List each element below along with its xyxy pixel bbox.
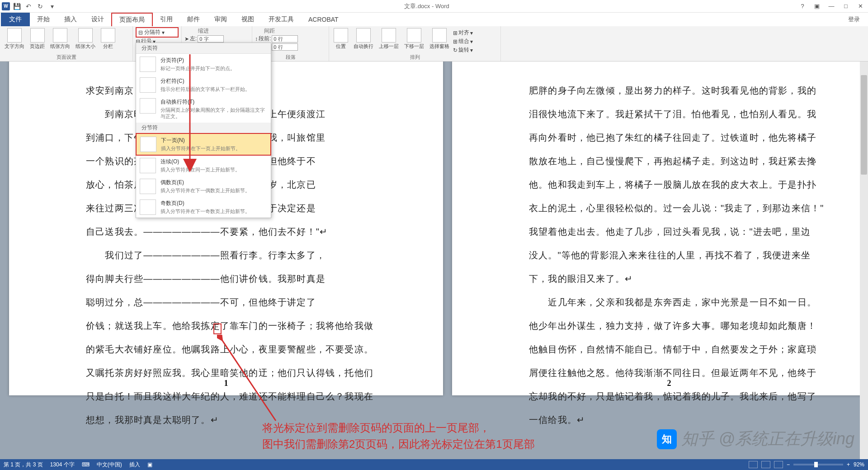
minimize-icon[interactable]: — xyxy=(826,1,837,11)
page-2[interactable]: 肥胖的身子向左微倾，显出努力的样子。这时我看见他的背影，我的泪很快地流下来了。我… xyxy=(452,62,868,395)
rotate-button[interactable]: ↻ 旋转 ▾ xyxy=(453,46,473,54)
status-page-indicator[interactable]: 第 1 页，共 3 页 xyxy=(4,461,43,469)
status-bar: 第 1 页，共 3 页 1304 个字 ⌨ 中文(中国) 插入 ▣ − + 92… xyxy=(0,459,868,470)
send-backward-button[interactable]: 下移一层 xyxy=(402,27,426,54)
ribbon-tabs: 文件 开始 插入 设计 页面布局 引用 邮件 审阅 视图 开发工具 ACROBA… xyxy=(0,13,868,26)
page-setup-group-label: 页面设置 xyxy=(0,54,132,61)
menu-item-next-page-section-break[interactable]: 下一页(N)插入分节符并在下一页上开始新节。 xyxy=(136,133,271,155)
menu-item-text-wrapping-break[interactable]: 自动换行符(T)分隔网页上的对象周围的文字，如分隔题注文字与正文。 xyxy=(136,95,271,123)
breaks-dropdown: 分页符 分页符(P)标记一页终止并开始下一页的点。 分栏符(C)指示分栏符后面的… xyxy=(136,43,271,218)
wrap-text-button[interactable]: 自动换行 xyxy=(352,27,375,54)
view-read-mode-icon[interactable] xyxy=(749,461,758,468)
status-language[interactable]: 中文(中国) xyxy=(97,461,122,469)
tab-review[interactable]: 审阅 xyxy=(207,13,234,26)
spacing-before-spinner[interactable]: ↕ 段前: 0 行 xyxy=(255,35,326,43)
selection-pane-button[interactable]: 选择窗格 xyxy=(428,27,451,54)
menu-item-page-break[interactable]: 分页符(P)标记一页终止并开始下一页的点。 xyxy=(136,54,271,75)
paper-size-button[interactable]: 纸张大小 xyxy=(74,27,97,51)
position-button[interactable]: 位置 xyxy=(332,27,350,54)
tab-insert[interactable]: 插入 xyxy=(57,13,84,26)
menu-item-column-break[interactable]: 分栏符(C)指示分栏符后面的文字将从下一栏开始。 xyxy=(136,75,271,95)
qat-customize-icon[interactable]: ▾ xyxy=(47,1,57,11)
zoom-level[interactable]: 92% xyxy=(854,461,864,468)
odd-page-break-icon xyxy=(140,199,156,215)
tab-home[interactable]: 开始 xyxy=(30,13,57,26)
word-app-icon: W xyxy=(2,2,10,10)
page-number-1: 1 xyxy=(9,379,443,388)
tab-mailings[interactable]: 邮件 xyxy=(180,13,207,26)
zoom-slider[interactable] xyxy=(793,464,843,465)
column-break-icon xyxy=(140,77,156,93)
status-insert-mode[interactable]: 插入 xyxy=(129,461,140,469)
ribbon: 文字方向 页边距 纸张方向 纸张大小 分栏 页面设置 ⊟ 分隔符 ▾ ⊟ 行号 … xyxy=(0,26,868,62)
title-bar: W 💾 ↶ ↻ ▾ 文章.docx - Word ? ▣ — □ ✕ xyxy=(0,0,868,13)
continuous-break-icon xyxy=(140,158,156,173)
bring-forward-button[interactable]: 上移一层 xyxy=(377,27,401,54)
document-area: 求安到南京，课————————仅门。↵ 到南京时，————————；第二日上午便… xyxy=(0,62,868,459)
zoom-out-button[interactable]: − xyxy=(787,461,790,468)
view-print-layout-icon[interactable] xyxy=(761,461,770,468)
maximize-icon[interactable]: □ xyxy=(840,1,852,11)
arrange-group-label: 排列 xyxy=(329,54,500,61)
tab-developer[interactable]: 开发工具 xyxy=(261,13,301,26)
dropdown-section-section-breaks: 分节符 xyxy=(136,123,271,133)
watermark: 知 知乎 @系统正在升级ing xyxy=(657,428,854,450)
next-page-break-icon xyxy=(140,137,156,152)
tab-view[interactable]: 视图 xyxy=(234,13,261,26)
undo-icon[interactable]: ↶ xyxy=(24,1,33,11)
document-title: 文章.docx - Word xyxy=(57,2,797,10)
annotation-text: 将光标定位到需删除页码的页面的上一页尾部， 图中我们需删除第2页页码，因此将光标… xyxy=(262,420,535,452)
help-icon[interactable]: ? xyxy=(797,1,808,11)
close-icon[interactable]: ✕ xyxy=(854,1,866,11)
view-web-layout-icon[interactable] xyxy=(774,461,783,468)
columns-button[interactable]: 分栏 xyxy=(99,27,117,51)
status-macro-icon[interactable]: ▣ xyxy=(147,461,152,468)
tab-acrobat[interactable]: ACROBAT xyxy=(301,13,346,26)
status-word-count[interactable]: 1304 个字 xyxy=(50,461,75,469)
zoom-in-button[interactable]: + xyxy=(847,461,850,468)
ribbon-display-icon[interactable]: ▣ xyxy=(811,1,823,11)
tab-references[interactable]: 引用 xyxy=(153,13,180,26)
margins-button[interactable]: 页边距 xyxy=(28,27,47,51)
page-break-icon xyxy=(140,57,156,72)
indent-left-spinner[interactable]: ➤ 左: 0 字 xyxy=(184,35,249,43)
group-button[interactable]: ⊞ 组合 ▾ xyxy=(453,38,473,45)
menu-item-even-page-section-break[interactable]: 偶数页(E)插入分节符并在下一偶数页上开始新节。 xyxy=(136,176,271,197)
text-wrap-break-icon xyxy=(140,98,156,114)
align-button[interactable]: ⊞ 对齐 ▾ xyxy=(453,29,473,37)
breaks-button[interactable]: ⊟ 分隔符 ▾ xyxy=(136,27,179,38)
scrollbar-thumb[interactable] xyxy=(861,75,867,175)
vertical-scrollbar[interactable] xyxy=(860,62,868,459)
zhihu-logo-icon: 知 xyxy=(657,429,677,449)
cursor-position-marker xyxy=(213,323,222,334)
even-page-break-icon xyxy=(140,179,156,194)
save-icon[interactable]: 💾 xyxy=(12,1,22,11)
tab-page-layout[interactable]: 页面布局 xyxy=(111,13,153,26)
menu-item-odd-page-section-break[interactable]: 奇数页(D)插入分节符并在下一奇数页上开始新节。 xyxy=(136,197,271,218)
tab-file[interactable]: 文件 xyxy=(1,13,30,26)
tab-design[interactable]: 设计 xyxy=(84,13,111,26)
login-link[interactable]: 登录 xyxy=(840,13,868,26)
page-number-2: 2 xyxy=(452,379,868,388)
orientation-button[interactable]: 纸张方向 xyxy=(48,27,72,51)
status-lang-icon[interactable]: ⌨ xyxy=(82,461,90,468)
redo-icon[interactable]: ↻ xyxy=(35,1,45,11)
text-direction-button[interactable]: 文字方向 xyxy=(3,27,26,51)
dropdown-section-page-breaks: 分页符 xyxy=(136,43,271,54)
menu-item-continuous-section-break[interactable]: 连续(O)插入分节符并在同一页上开始新节。 xyxy=(136,155,271,176)
